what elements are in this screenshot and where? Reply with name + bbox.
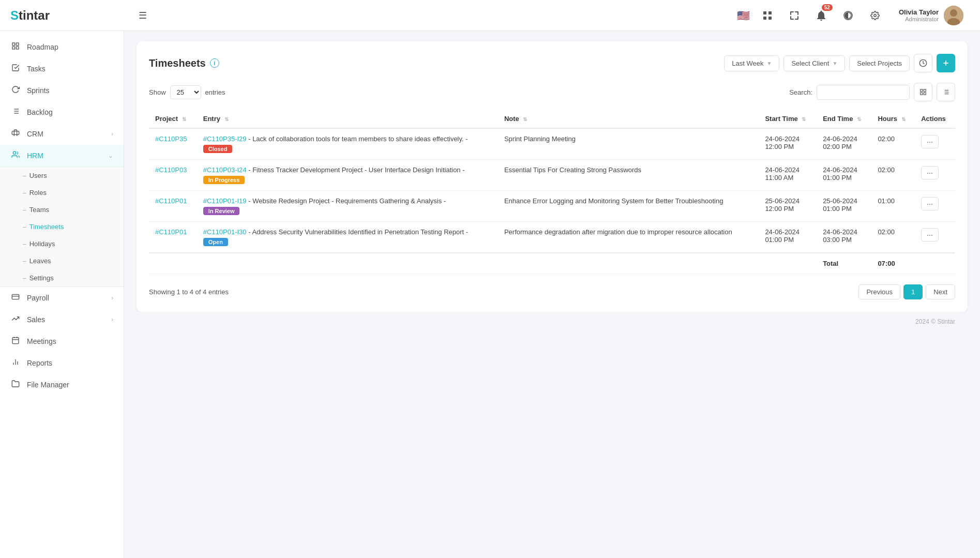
col-entry[interactable]: Entry ⇅ <box>197 110 498 128</box>
sidebar-item-backlog[interactable]: Backlog <box>0 101 124 123</box>
sidebar-item-file-manager[interactable]: File Manager <box>0 374 124 396</box>
entry-link-2[interactable]: #C110P01-I19 <box>203 197 247 205</box>
flag-icon[interactable]: 🇺🇸 <box>737 9 750 22</box>
hrm-arrow-icon: ⌄ <box>108 152 113 159</box>
sidebar-item-meetings[interactable]: Meetings <box>0 330 124 352</box>
sidebar-item-sprints[interactable]: Sprints <box>0 80 124 101</box>
sidebar-item-hrm[interactable]: HRM ⌄ <box>0 145 124 167</box>
project-sort-icon: ⇅ <box>182 116 186 122</box>
notification-bell-button[interactable]: 52 <box>812 6 831 25</box>
hrm-icon <box>10 150 21 161</box>
grid-icon <box>919 88 927 96</box>
entry-link-3[interactable]: #C110P01-I30 <box>203 228 247 236</box>
plus-icon <box>942 59 950 67</box>
hours-sort-icon: ⇅ <box>901 116 906 122</box>
cell-entry-0: #C110P35-I29 - Lack of collaboration too… <box>197 128 498 160</box>
sidebar-item-users[interactable]: Users <box>0 167 124 184</box>
entry-link-1[interactable]: #C110P03-I24 <box>203 166 247 174</box>
projects-filter-button[interactable]: Select Projects <box>849 55 910 71</box>
cell-note-1: Essential Tips For Creating Strong Passw… <box>498 160 759 191</box>
clock-icon-button[interactable] <box>914 54 932 72</box>
apps-icon-button[interactable] <box>758 6 777 25</box>
actions-menu-button-0[interactable]: ··· <box>921 135 939 148</box>
col-note[interactable]: Note ⇅ <box>498 110 759 128</box>
header-icons: 🇺🇸 52 <box>737 3 970 28</box>
sidebar-item-reports[interactable]: Reports <box>0 352 124 374</box>
search-input[interactable] <box>817 85 910 100</box>
expand-icon-button[interactable] <box>785 6 804 25</box>
sidebar-item-sales[interactable]: Sales › <box>0 309 124 330</box>
timesheets-table-wrap: Project ⇅ Entry ⇅ Note ⇅ <box>149 110 955 274</box>
sidebar-item-teams[interactable]: Teams <box>0 201 124 218</box>
entry-text-1: - Fitness Tracker Development Project - … <box>248 166 464 174</box>
list-view-button[interactable] <box>937 83 955 101</box>
sidebar-item-roles[interactable]: Roles <box>0 184 124 201</box>
add-timesheet-button[interactable] <box>937 54 955 72</box>
next-button[interactable]: Next <box>926 284 955 299</box>
meetings-icon <box>10 336 21 346</box>
cell-end-1: 24-06-202401:00 PM <box>817 160 871 191</box>
actions-menu-button-2[interactable]: ··· <box>921 197 939 210</box>
entry-text-2: - Website Redesign Project - Requirement… <box>248 197 446 205</box>
sidebar-item-leaves[interactable]: Leaves <box>0 252 124 269</box>
cell-start-1: 24-06-202411:00 AM <box>759 160 817 191</box>
total-label: Total <box>817 253 871 274</box>
sidebar-item-tasks[interactable]: Tasks <box>0 58 124 80</box>
col-end-time[interactable]: End Time ⇅ <box>817 110 871 128</box>
total-row: Total 07:00 <box>149 253 955 274</box>
layout: Roadmap Tasks Sprints Backlog <box>0 31 980 558</box>
svg-rect-19 <box>12 294 19 299</box>
sidebar-item-timesheets[interactable]: Timesheets <box>0 218 124 235</box>
col-start-time[interactable]: Start Time ⇅ <box>759 110 817 128</box>
sidebar-item-settings[interactable]: Settings <box>0 269 124 286</box>
card-header-actions: Last Week ▼ Select Client ▼ Select Proje… <box>724 54 955 72</box>
user-profile[interactable]: Olivia Taylor Administrator <box>893 3 970 28</box>
grid-view-button[interactable] <box>914 83 932 101</box>
payroll-arrow-icon: › <box>111 294 113 301</box>
entry-sort-icon: ⇅ <box>224 116 229 122</box>
period-filter-button[interactable]: Last Week ▼ <box>724 55 779 71</box>
payroll-icon <box>10 293 21 303</box>
sales-arrow-icon: › <box>111 316 113 323</box>
end-sort-icon: ⇅ <box>857 116 861 122</box>
start-sort-icon: ⇅ <box>802 116 806 122</box>
user-name: Olivia Taylor <box>899 8 939 16</box>
sidebar-item-holidays[interactable]: Holidays <box>0 235 124 252</box>
cell-start-0: 24-06-202412:00 PM <box>759 128 817 160</box>
project-link-2[interactable]: #C110P01 <box>155 197 187 205</box>
col-actions: Actions <box>915 110 955 128</box>
page-1-button[interactable]: 1 <box>903 284 923 299</box>
info-icon[interactable]: i <box>210 58 219 68</box>
roadmap-icon <box>10 42 21 52</box>
status-badge-0: Closed <box>203 145 233 153</box>
col-hours[interactable]: Hours ⇅ <box>871 110 915 128</box>
settings-button[interactable] <box>866 6 884 25</box>
col-project[interactable]: Project ⇅ <box>149 110 197 128</box>
hamburger-button[interactable]: ☰ <box>134 6 151 25</box>
page-footer: 2024 © Stintar <box>137 312 968 331</box>
previous-button[interactable]: Previous <box>858 284 900 299</box>
project-link-1[interactable]: #C110P03 <box>155 166 187 174</box>
project-link-0[interactable]: #C110P35 <box>155 135 187 143</box>
table-row: #C110P35 #C110P35-I29 - Lack of collabor… <box>149 128 955 160</box>
entries-select[interactable]: 25 10 50 100 <box>170 85 201 99</box>
dark-mode-button[interactable] <box>839 6 857 25</box>
timesheets-card: Timesheets i Last Week ▼ Select Client ▼… <box>137 41 968 312</box>
sales-icon <box>10 314 21 325</box>
sidebar-item-crm[interactable]: CRM › <box>0 123 124 145</box>
actions-menu-button-1[interactable]: ··· <box>921 166 939 179</box>
sidebar-nav: Roadmap Tasks Sprints Backlog <box>0 31 124 401</box>
sidebar-item-roadmap[interactable]: Roadmap <box>0 36 124 58</box>
page-title: Timesheets i <box>149 57 219 69</box>
list-icon <box>942 88 949 96</box>
logo: Stintar <box>10 8 50 23</box>
sidebar-item-payroll[interactable]: Payroll › <box>0 287 124 309</box>
period-arrow-icon: ▼ <box>767 61 772 66</box>
cell-note-2: Enhance Error Logging and Monitoring Sys… <box>498 191 759 222</box>
project-link-3[interactable]: #C110P01 <box>155 228 187 236</box>
timesheets-table: Project ⇅ Entry ⇅ Note ⇅ <box>149 110 955 274</box>
svg-rect-33 <box>921 93 923 95</box>
entry-link-0[interactable]: #C110P35-I29 <box>203 135 247 143</box>
client-filter-button[interactable]: Select Client ▼ <box>783 55 845 71</box>
actions-menu-button-3[interactable]: ··· <box>921 228 939 242</box>
